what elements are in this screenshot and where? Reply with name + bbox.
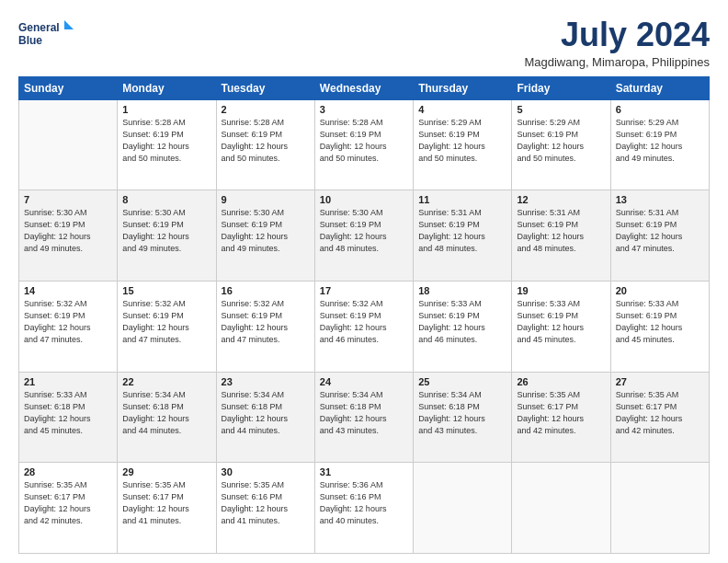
day-number: 4: [418, 104, 506, 115]
day-number: 1: [122, 104, 210, 115]
page: General Blue July 2024 Magdiwang, Mimaro…: [0, 0, 728, 563]
day-info: Sunrise: 5:35 AMSunset: 6:16 PMDaylight:…: [222, 479, 310, 527]
weekday-header: Monday: [118, 76, 216, 99]
day-info: Sunrise: 5:29 AMSunset: 6:19 PMDaylight:…: [517, 117, 605, 165]
weekday-header: Saturday: [610, 76, 709, 99]
day-info: Sunrise: 5:34 AMSunset: 6:18 PMDaylight:…: [222, 389, 310, 437]
calendar-cell: 9Sunrise: 5:30 AMSunset: 6:19 PMDaylight…: [216, 190, 314, 282]
day-number: 5: [517, 104, 605, 115]
day-info: Sunrise: 5:30 AMSunset: 6:19 PMDaylight:…: [320, 207, 408, 255]
calendar-cell: 25Sunrise: 5:34 AMSunset: 6:18 PMDayligh…: [414, 372, 512, 463]
calendar-cell: 20Sunrise: 5:33 AMSunset: 6:19 PMDayligh…: [610, 281, 709, 372]
day-number: 2: [222, 104, 310, 115]
calendar-table: SundayMondayTuesdayWednesdayThursdayFrid…: [18, 76, 710, 554]
day-info: Sunrise: 5:32 AMSunset: 6:19 PMDaylight:…: [320, 298, 408, 346]
calendar-cell: 15Sunrise: 5:32 AMSunset: 6:19 PMDayligh…: [118, 281, 216, 372]
day-number: 29: [122, 466, 210, 477]
day-info: Sunrise: 5:32 AMSunset: 6:19 PMDaylight:…: [222, 298, 310, 346]
title-block: July 2024 Magdiwang, Mimaropa, Philippin…: [524, 17, 710, 69]
calendar-cell: 26Sunrise: 5:35 AMSunset: 6:17 PMDayligh…: [512, 372, 610, 463]
day-info: Sunrise: 5:29 AMSunset: 6:19 PMDaylight:…: [616, 117, 704, 165]
weekday-header-row: SundayMondayTuesdayWednesdayThursdayFrid…: [19, 76, 710, 99]
calendar-cell: 7Sunrise: 5:30 AMSunset: 6:19 PMDaylight…: [19, 190, 118, 282]
calendar-cell: 16Sunrise: 5:32 AMSunset: 6:19 PMDayligh…: [216, 281, 314, 372]
day-info: Sunrise: 5:30 AMSunset: 6:19 PMDaylight:…: [222, 207, 310, 255]
day-number: 17: [320, 285, 408, 296]
day-number: 6: [616, 104, 704, 115]
calendar-cell: 17Sunrise: 5:32 AMSunset: 6:19 PMDayligh…: [314, 281, 413, 372]
logo: General Blue: [18, 17, 74, 52]
calendar-cell: 8Sunrise: 5:30 AMSunset: 6:19 PMDaylight…: [118, 190, 216, 282]
day-number: 23: [222, 376, 310, 387]
day-info: Sunrise: 5:35 AMSunset: 6:17 PMDaylight:…: [616, 389, 704, 437]
calendar-week-row: 7Sunrise: 5:30 AMSunset: 6:19 PMDaylight…: [19, 190, 710, 282]
day-number: 20: [616, 285, 704, 296]
day-number: 25: [418, 376, 506, 387]
day-number: 12: [517, 194, 605, 205]
calendar-cell: 22Sunrise: 5:34 AMSunset: 6:18 PMDayligh…: [118, 372, 216, 463]
calendar-cell: 11Sunrise: 5:31 AMSunset: 6:19 PMDayligh…: [414, 190, 512, 282]
day-number: 18: [418, 285, 506, 296]
day-number: 15: [122, 285, 210, 296]
day-info: Sunrise: 5:31 AMSunset: 6:19 PMDaylight:…: [418, 207, 506, 255]
calendar-week-row: 28Sunrise: 5:35 AMSunset: 6:17 PMDayligh…: [19, 463, 710, 554]
day-number: 27: [616, 376, 704, 387]
header: General Blue July 2024 Magdiwang, Mimaro…: [18, 17, 710, 69]
day-info: Sunrise: 5:33 AMSunset: 6:19 PMDaylight:…: [616, 298, 704, 346]
calendar-week-row: 21Sunrise: 5:33 AMSunset: 6:18 PMDayligh…: [19, 372, 710, 463]
day-number: 19: [517, 285, 605, 296]
calendar-week-row: 1Sunrise: 5:28 AMSunset: 6:19 PMDaylight…: [19, 99, 710, 190]
day-info: Sunrise: 5:31 AMSunset: 6:19 PMDaylight:…: [517, 207, 605, 255]
day-number: 3: [320, 104, 408, 115]
logo-svg: General Blue: [18, 17, 74, 52]
day-info: Sunrise: 5:32 AMSunset: 6:19 PMDaylight:…: [24, 298, 112, 346]
calendar-cell: 1Sunrise: 5:28 AMSunset: 6:19 PMDaylight…: [118, 99, 216, 190]
day-info: Sunrise: 5:33 AMSunset: 6:19 PMDaylight:…: [517, 298, 605, 346]
day-info: Sunrise: 5:33 AMSunset: 6:19 PMDaylight:…: [418, 298, 506, 346]
calendar-cell: 21Sunrise: 5:33 AMSunset: 6:18 PMDayligh…: [19, 372, 118, 463]
day-info: Sunrise: 5:31 AMSunset: 6:19 PMDaylight:…: [616, 207, 704, 255]
day-info: Sunrise: 5:32 AMSunset: 6:19 PMDaylight:…: [122, 298, 210, 346]
svg-text:General: General: [18, 21, 60, 34]
day-info: Sunrise: 5:36 AMSunset: 6:16 PMDaylight:…: [320, 479, 408, 527]
day-info: Sunrise: 5:35 AMSunset: 6:17 PMDaylight:…: [24, 479, 112, 527]
calendar-cell: 14Sunrise: 5:32 AMSunset: 6:19 PMDayligh…: [19, 281, 118, 372]
calendar-cell: 3Sunrise: 5:28 AMSunset: 6:19 PMDaylight…: [314, 99, 413, 190]
day-info: Sunrise: 5:30 AMSunset: 6:19 PMDaylight:…: [24, 207, 112, 255]
day-number: 28: [24, 466, 112, 477]
calendar-cell: 24Sunrise: 5:34 AMSunset: 6:18 PMDayligh…: [314, 372, 413, 463]
day-info: Sunrise: 5:35 AMSunset: 6:17 PMDaylight:…: [517, 389, 605, 437]
month-title: July 2024: [524, 17, 710, 53]
weekday-header: Thursday: [414, 76, 512, 99]
day-number: 30: [222, 466, 310, 477]
calendar-cell: 5Sunrise: 5:29 AMSunset: 6:19 PMDaylight…: [512, 99, 610, 190]
calendar-cell: [512, 463, 610, 554]
weekday-header: Sunday: [19, 76, 118, 99]
calendar-cell: 12Sunrise: 5:31 AMSunset: 6:19 PMDayligh…: [512, 190, 610, 282]
day-number: 7: [24, 194, 112, 205]
day-info: Sunrise: 5:29 AMSunset: 6:19 PMDaylight:…: [418, 117, 506, 165]
day-number: 14: [24, 285, 112, 296]
day-info: Sunrise: 5:34 AMSunset: 6:18 PMDaylight:…: [320, 389, 408, 437]
calendar-cell: 28Sunrise: 5:35 AMSunset: 6:17 PMDayligh…: [19, 463, 118, 554]
day-number: 22: [122, 376, 210, 387]
day-info: Sunrise: 5:34 AMSunset: 6:18 PMDaylight:…: [418, 389, 506, 437]
day-info: Sunrise: 5:28 AMSunset: 6:19 PMDaylight:…: [122, 117, 210, 165]
svg-text:Blue: Blue: [18, 34, 42, 47]
day-number: 11: [418, 194, 506, 205]
calendar-cell: 23Sunrise: 5:34 AMSunset: 6:18 PMDayligh…: [216, 372, 314, 463]
calendar-week-row: 14Sunrise: 5:32 AMSunset: 6:19 PMDayligh…: [19, 281, 710, 372]
calendar-cell: 19Sunrise: 5:33 AMSunset: 6:19 PMDayligh…: [512, 281, 610, 372]
calendar-cell: 18Sunrise: 5:33 AMSunset: 6:19 PMDayligh…: [414, 281, 512, 372]
day-number: 9: [222, 194, 310, 205]
calendar-cell: [19, 99, 118, 190]
day-number: 26: [517, 376, 605, 387]
calendar-cell: 2Sunrise: 5:28 AMSunset: 6:19 PMDaylight…: [216, 99, 314, 190]
day-number: 13: [616, 194, 704, 205]
calendar-cell: 4Sunrise: 5:29 AMSunset: 6:19 PMDaylight…: [414, 99, 512, 190]
calendar-cell: 10Sunrise: 5:30 AMSunset: 6:19 PMDayligh…: [314, 190, 413, 282]
day-info: Sunrise: 5:28 AMSunset: 6:19 PMDaylight:…: [222, 117, 310, 165]
day-number: 16: [222, 285, 310, 296]
calendar-cell: 31Sunrise: 5:36 AMSunset: 6:16 PMDayligh…: [314, 463, 413, 554]
weekday-header: Wednesday: [314, 76, 413, 99]
